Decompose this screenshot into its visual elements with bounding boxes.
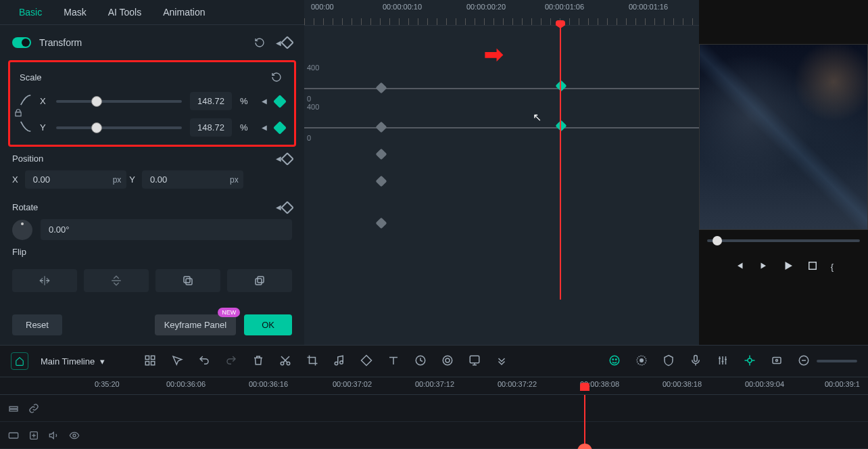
tl-mark: 00:00:39:04 [745,380,784,388]
flip-horizontal-button[interactable] [12,269,77,292]
tab-mask[interactable]: Mask [64,7,86,18]
scale-x-keyframe[interactable] [273,95,287,108]
flip-copy2-button[interactable] [227,269,292,292]
scale-y-slider[interactable] [56,126,182,129]
scale-x-slider-thumb[interactable] [91,96,102,107]
graph-time-ruler[interactable]: 000:00 00:00:00:10 00:00:00:20 00:00:01:… [304,0,699,26]
prev-frame-icon[interactable] [733,260,746,274]
rotate-controls: 0.00° [0,219,304,240]
scale-y-kf-prev[interactable]: ◀ [262,124,267,131]
graph-area[interactable]: 400 0 400 0 ➡ ↖ [304,26,699,300]
reset-button[interactable]: Reset [12,314,62,335]
svg-point-17 [616,358,617,360]
zoom-control [798,354,857,369]
keyframe-node[interactable] [376,149,387,160]
more-icon[interactable] [496,354,508,369]
timeline-ruler[interactable]: 0:35:20 00:00:36:06 00:00:36:16 00:00:37… [0,377,868,395]
rotate-add-keyframe[interactable] [281,201,294,214]
redo-icon[interactable] [225,354,237,369]
rotate-value-input[interactable]: 0.00° [41,219,292,240]
mixer-icon[interactable] [717,354,729,369]
screen-icon[interactable] [468,354,481,369]
color-icon[interactable] [441,354,454,369]
track-mute-icon[interactable] [47,429,61,442]
keyframe-node[interactable] [376,176,387,187]
curve-x-icon[interactable] [20,94,32,108]
curve-y-icon[interactable] [20,120,32,135]
keyframe-node-active[interactable] [556,120,567,132]
svg-rect-20 [694,355,698,361]
ai-smiley-icon[interactable] [608,354,621,369]
zoom-out-icon[interactable] [798,354,810,369]
graph-playhead[interactable] [560,26,561,300]
shield-icon[interactable] [662,354,675,369]
track-row-audio[interactable] [0,422,868,449]
bracket-icon[interactable]: { [831,262,834,272]
flip-vertical-button[interactable] [84,269,149,292]
mic-icon[interactable] [690,354,702,369]
flip-label: Flip [12,247,26,257]
text-icon[interactable] [387,354,400,369]
svg-point-15 [610,356,619,365]
timeline-dropdown[interactable]: Main Timeline ▾ [41,356,105,367]
tag-icon[interactable] [360,354,372,369]
grid-icon[interactable] [144,354,156,369]
crop-icon[interactable] [306,354,318,369]
record-icon[interactable] [635,354,648,369]
undo-icon[interactable] [198,354,210,369]
track-row-video[interactable] [0,395,868,422]
position-x-input[interactable]: 0.00 [25,170,126,189]
transform-label: Transform [39,37,243,48]
zoom-slider[interactable] [817,360,857,362]
scale-x-slider[interactable] [56,100,182,103]
timeline-playhead[interactable]: ✂ [584,395,585,449]
scale-reset-icon[interactable] [268,69,285,85]
speed-icon[interactable] [414,354,427,369]
scale-x-value-input[interactable]: 148.72 [190,92,232,110]
tab-basic[interactable]: Basic [19,7,42,18]
play-icon[interactable] [782,260,794,274]
scale-y-slider-thumb[interactable] [91,122,102,133]
cursor-tool-icon[interactable] [171,354,183,369]
stop-icon[interactable] [806,260,819,274]
keyframe-node[interactable] [376,122,387,133]
keyframe-node[interactable] [376,82,387,94]
track-visibility-icon[interactable] [68,429,81,442]
track-type-icon[interactable] [7,429,20,442]
scale-y-keyframe[interactable] [273,121,287,135]
tab-animation[interactable]: Animation [163,7,205,18]
cut-icon[interactable] [279,354,291,369]
track-add-icon[interactable] [27,429,41,442]
keyframe-node[interactable] [376,218,387,229]
home-button[interactable] [11,352,28,370]
ok-button[interactable]: OK [244,314,292,335]
scale-x-kf-prev[interactable]: ◀ [262,97,267,105]
track-collapse-icon[interactable] [7,402,20,415]
position-y-input[interactable]: 0.00 [142,170,243,189]
track-link-icon[interactable] [27,402,41,415]
keyframe-panel-button[interactable]: Keyframe Panel NEW [155,314,237,335]
delete-icon[interactable] [252,354,264,369]
position-add-keyframe[interactable] [281,152,294,166]
preview-seek-bar[interactable] [707,239,860,242]
preview-video-frame[interactable] [699,44,868,230]
rotate-dial[interactable] [12,220,32,240]
scale-y-value-input[interactable]: 148.72 [190,118,232,137]
keyframe-node-active[interactable] [556,80,567,92]
tab-ai-tools[interactable]: AI Tools [108,7,142,18]
flip-copy1-button[interactable] [155,269,220,292]
playhead-top-handle[interactable] [580,383,589,391]
preview-seek-thumb[interactable] [713,236,722,245]
timeline-tracks: ✂ [0,395,868,449]
panel-footer: Reset Keyframe Panel NEW OK [0,305,304,345]
scale-link-xy-icon[interactable] [14,108,23,120]
transform-reset-icon[interactable] [251,34,268,51]
graph-y-label: 400 [307,64,319,72]
music-icon[interactable] [333,354,345,369]
next-frame-icon[interactable] [758,260,770,274]
snap-icon[interactable] [744,354,756,369]
transform-toggle[interactable] [12,37,31,48]
ruler-mark: 00:00:00:20 [466,3,506,11]
transform-add-keyframe[interactable] [281,36,294,49]
marker-icon[interactable] [771,354,783,369]
